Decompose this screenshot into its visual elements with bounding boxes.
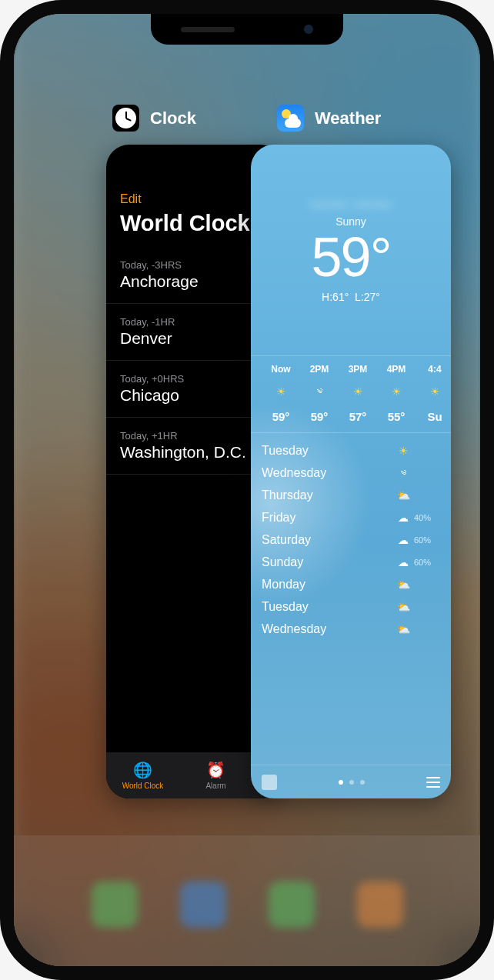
front-camera <box>304 25 313 34</box>
dot-icon <box>339 780 343 785</box>
hour-cell: Now 59° <box>262 364 300 423</box>
earpiece <box>181 27 235 32</box>
globe-icon: 🌐 <box>133 761 152 779</box>
dot-icon <box>349 780 354 785</box>
hour-temp: 55° <box>377 410 416 423</box>
daily-row: Friday40% <box>262 506 440 528</box>
day-name: Friday <box>262 511 392 525</box>
weather-summary: —— —— Sunny 59° H:61° L:27° <box>251 145 451 303</box>
pcloud-icon <box>392 623 414 635</box>
hour-cell: 4PM 55° <box>377 364 416 423</box>
tab-label: World Clock <box>122 782 164 790</box>
weather-footer <box>251 765 451 798</box>
tab-alarm[interactable]: ⏰ Alarm <box>179 752 252 798</box>
daily-row: Saturday60% <box>262 528 440 551</box>
location-name: —— —— <box>251 192 451 214</box>
tab-label: Alarm <box>205 782 225 790</box>
day-name: Tuesday <box>262 444 392 458</box>
daily-row: Wednesday <box>262 462 440 484</box>
pcloud-icon <box>392 601 414 613</box>
condition-label: Sunny <box>251 215 451 228</box>
day-name: Sunday <box>262 555 392 569</box>
precip-chance: 60% <box>414 535 440 545</box>
precip-chance: 40% <box>414 513 440 522</box>
cloud-icon <box>392 556 414 568</box>
hourly-forecast[interactable]: Now 59° 2PM 59° 3PM 57° <box>251 355 451 433</box>
weather-channel-icon[interactable] <box>262 775 277 790</box>
app-switcher[interactable]: Clock Weather Edit World Clock Today, -3… <box>14 14 480 966</box>
switcher-label-weather: Weather <box>315 108 381 128</box>
sun-icon <box>392 445 414 457</box>
hour-cell: 3PM 57° <box>339 364 377 423</box>
sun-icon <box>339 385 377 399</box>
hour-time: Now <box>262 364 300 375</box>
day-name: Monday <box>262 578 392 592</box>
sun-icon <box>377 385 416 399</box>
notch <box>151 14 343 45</box>
day-name: Wednesday <box>262 622 392 636</box>
cloud-icon <box>392 534 414 546</box>
daily-row: Tuesday <box>262 439 440 462</box>
hour-time: 4PM <box>377 364 416 375</box>
precip-chance: 60% <box>414 558 440 567</box>
alarm-icon: ⏰ <box>206 761 225 779</box>
hour-time: 3PM <box>339 364 377 375</box>
hour-temp: 59° <box>262 410 300 423</box>
clock-app-icon <box>112 105 139 132</box>
page-dots[interactable] <box>339 780 365 785</box>
wind-icon <box>300 385 339 399</box>
day-name: Saturday <box>262 533 392 547</box>
hour-cell: 4:4 Su <box>416 364 451 423</box>
low-temp: L:27° <box>355 291 380 303</box>
sun-icon <box>262 385 300 399</box>
day-name: Wednesday <box>262 466 392 480</box>
high-low: H:61° L:27° <box>251 291 451 303</box>
switcher-label-clock: Clock <box>150 108 196 128</box>
locations-list-button[interactable] <box>426 777 440 788</box>
day-name: Tuesday <box>262 600 392 614</box>
sun-icon <box>416 385 451 399</box>
weather-app-icon <box>277 105 304 132</box>
day-name: Thursday <box>262 488 392 502</box>
hour-temp: Su <box>416 410 451 423</box>
dot-icon <box>360 780 365 785</box>
pcloud-icon <box>392 578 414 591</box>
switcher-header-clock[interactable]: Clock <box>112 105 196 132</box>
switcher-header-weather[interactable]: Weather <box>277 105 381 132</box>
daily-row: Tuesday <box>262 595 440 618</box>
hour-time: 4:4 <box>416 364 451 375</box>
pcloud-icon <box>392 489 414 502</box>
tab-world-clock[interactable]: 🌐 World Clock <box>106 752 179 798</box>
high-temp: H:61° <box>322 291 349 303</box>
hour-time: 2PM <box>300 364 339 375</box>
wind-icon <box>392 467 414 479</box>
iphone-frame: Clock Weather Edit World Clock Today, -3… <box>0 0 494 980</box>
app-card-weather[interactable]: —— —— Sunny 59° H:61° L:27° Now 59° 2PM <box>251 145 451 798</box>
current-temp: 59° <box>251 229 451 285</box>
hour-cell: 2PM 59° <box>300 364 339 423</box>
screen: Clock Weather Edit World Clock Today, -3… <box>14 14 480 966</box>
hour-temp: 59° <box>300 410 339 423</box>
daily-forecast[interactable]: TuesdayWednesdayThursdayFriday40%Saturda… <box>251 433 451 640</box>
hour-temp: 57° <box>339 410 377 423</box>
daily-row: Sunday60% <box>262 551 440 573</box>
cloud-icon <box>392 512 414 524</box>
daily-row: Thursday <box>262 484 440 506</box>
daily-row: Wednesday <box>262 618 440 640</box>
daily-row: Monday <box>262 573 440 595</box>
